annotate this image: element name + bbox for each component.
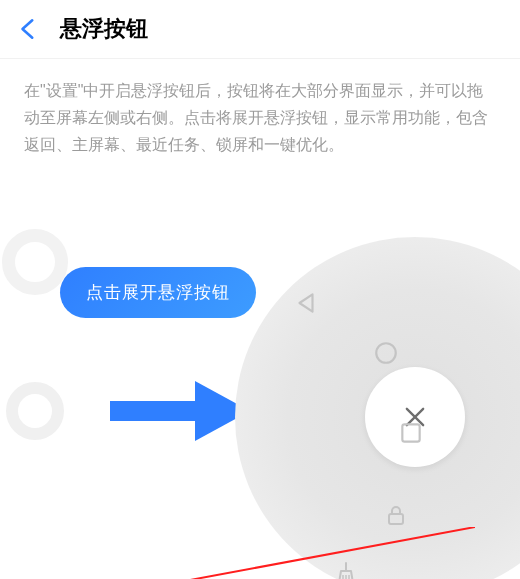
bg-ring-icon [6,382,64,440]
home-circle-icon [373,340,399,366]
broom-icon [334,561,358,579]
tooltip-bubble: 点击展开悬浮按钮 [60,267,256,318]
page-header: 悬浮按钮 [0,0,520,59]
radial-item-optimize[interactable] [330,557,362,579]
recent-square-icon [398,420,424,446]
bg-ring-icon [2,229,68,295]
svg-rect-5 [389,514,403,524]
svg-marker-2 [300,294,313,311]
page-title: 悬浮按钮 [60,14,148,44]
radial-item-recent[interactable] [395,417,427,449]
back-button[interactable] [16,16,42,42]
radial-item-back[interactable] [290,287,322,319]
instruction-arrow-icon [110,381,250,441]
illustration-area: 点击展开悬浮按钮 [0,177,520,579]
radial-item-lock[interactable] [380,499,412,531]
svg-rect-0 [110,401,200,421]
back-triangle-icon [293,290,319,316]
svg-point-3 [376,343,396,363]
description-text: 在"设置"中开启悬浮按钮后，按钮将在大部分界面显示，并可以拖动至屏幕左侧或右侧。… [0,59,520,177]
radial-menu [235,237,485,579]
svg-rect-4 [402,424,419,441]
lock-icon [384,503,408,527]
tooltip-label: 点击展开悬浮按钮 [86,283,230,302]
radial-item-home[interactable] [370,337,402,369]
